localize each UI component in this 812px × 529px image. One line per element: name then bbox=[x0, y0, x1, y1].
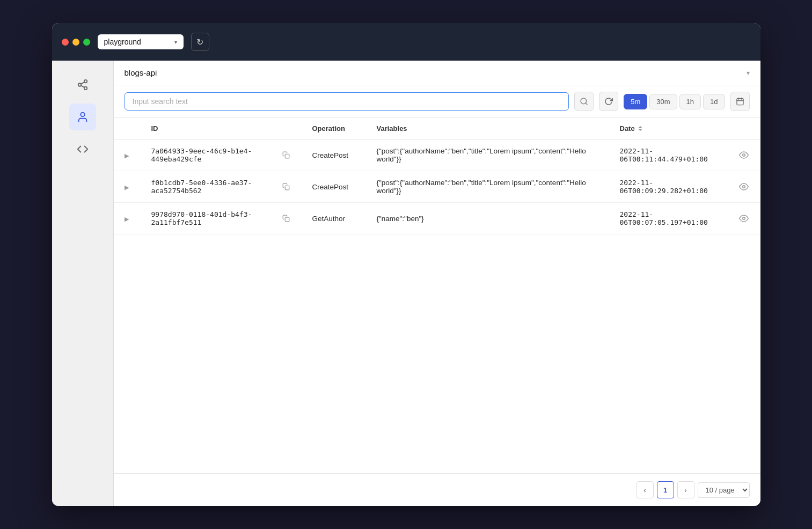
env-selector-label: playground bbox=[104, 38, 141, 46]
time-filter-5m[interactable]: 5m bbox=[624, 94, 647, 109]
table-row: ▶ 7a064933-9eec-46c9-b1e4-449eba429cfe bbox=[114, 139, 760, 171]
svg-rect-8 bbox=[737, 99, 743, 105]
main-area: blogs-api ▾ 5m 30m bbox=[52, 61, 760, 506]
page-1-button[interactable]: 1 bbox=[657, 481, 674, 498]
svg-point-5 bbox=[81, 113, 84, 116]
search-input[interactable] bbox=[125, 92, 569, 111]
sidebar bbox=[52, 61, 114, 506]
api-name-label: blogs-api bbox=[125, 68, 157, 77]
svg-point-13 bbox=[742, 154, 745, 157]
sort-icon bbox=[638, 126, 642, 131]
copy-id-button[interactable] bbox=[281, 182, 291, 192]
row-expand-cell[interactable]: ▶ bbox=[114, 139, 141, 171]
time-filter-30m[interactable]: 30m bbox=[649, 94, 677, 109]
row-operation-cell: GetAuthor bbox=[302, 203, 366, 234]
time-filter-1h[interactable]: 1h bbox=[679, 94, 701, 109]
row-date: 2022-11-06T00:07:05.197+01:00 bbox=[620, 210, 708, 226]
titlebar-refresh-button[interactable]: ↻ bbox=[191, 33, 209, 51]
current-page: 1 bbox=[663, 486, 667, 494]
svg-point-17 bbox=[742, 217, 745, 220]
view-row-button[interactable] bbox=[738, 212, 750, 224]
calendar-button[interactable] bbox=[730, 92, 750, 111]
row-date-cell: 2022-11-06T00:09:29.282+01:00 bbox=[609, 171, 727, 203]
col-header-operation: Operation bbox=[302, 118, 366, 139]
expand-icon[interactable]: ▶ bbox=[125, 184, 129, 190]
page-size-selector[interactable]: 10 / page 20 / page 50 / page bbox=[698, 482, 750, 498]
row-action-cell bbox=[727, 139, 760, 171]
row-id: 9978d970-0118-401d-b4f3-2a11fbf7e511 bbox=[151, 210, 277, 226]
time-filter-group: 5m 30m 1h 1d bbox=[624, 94, 725, 109]
next-page-button[interactable]: › bbox=[677, 481, 694, 498]
maximize-button[interactable] bbox=[83, 39, 90, 46]
time-filter-1d[interactable]: 1d bbox=[703, 94, 725, 109]
col-date-label: Date bbox=[620, 124, 635, 133]
row-variables-cell: {"post":{"authorName":"ben","title":"Lor… bbox=[366, 139, 609, 171]
pagination: ‹ 1 › 10 / page 20 / page 50 / page bbox=[114, 473, 760, 506]
row-variables-cell: {"post":{"authorName":"ben","title":"Lor… bbox=[366, 171, 609, 203]
prev-page-icon: ‹ bbox=[643, 486, 646, 494]
copy-id-button[interactable] bbox=[281, 150, 291, 160]
view-row-button[interactable] bbox=[738, 149, 750, 161]
col-header-action bbox=[727, 118, 760, 139]
app-window: playground ▾ ↻ bbox=[52, 23, 760, 506]
col-header-expand bbox=[114, 118, 141, 139]
table-container: ID Operation Variables Date bbox=[114, 118, 760, 473]
row-action-cell bbox=[727, 171, 760, 203]
view-row-button[interactable] bbox=[738, 181, 750, 193]
row-expand-cell[interactable]: ▶ bbox=[114, 203, 141, 234]
row-variables-cell: {"name":"ben"} bbox=[366, 203, 609, 234]
titlebar: playground ▾ ↻ bbox=[52, 23, 760, 61]
prev-page-button[interactable]: ‹ bbox=[637, 481, 654, 498]
row-date: 2022-11-06T00:09:29.282+01:00 bbox=[620, 179, 708, 195]
svg-line-4 bbox=[81, 82, 84, 84]
toolbar-refresh-button[interactable] bbox=[599, 92, 618, 111]
env-selector[interactable]: playground ▾ bbox=[98, 34, 184, 49]
row-operation-cell: CreatePost bbox=[302, 139, 366, 171]
row-operation-cell: CreatePost bbox=[302, 171, 366, 203]
col-header-variables: Variables bbox=[366, 118, 609, 139]
row-date-cell: 2022-11-06T00:07:05.197+01:00 bbox=[609, 203, 727, 234]
sidebar-item-user[interactable] bbox=[69, 104, 96, 130]
close-button[interactable] bbox=[62, 39, 69, 46]
requests-table: ID Operation Variables Date bbox=[114, 118, 760, 234]
row-id-cell: f0b1cdb7-5ee0-4336-ae37-aca52754b562 bbox=[141, 171, 302, 203]
row-id: 7a064933-9eec-46c9-b1e4-449eba429cfe bbox=[151, 147, 277, 163]
traffic-lights bbox=[62, 39, 90, 46]
api-selector-chevron[interactable]: ▾ bbox=[747, 69, 750, 77]
expand-icon[interactable]: ▶ bbox=[125, 216, 129, 222]
svg-line-3 bbox=[81, 85, 84, 87]
table-row: ▶ f0b1cdb7-5ee0-4336-ae37-aca52754b562 bbox=[114, 171, 760, 203]
row-id-cell: 9978d970-0118-401d-b4f3-2a11fbf7e511 bbox=[141, 203, 302, 234]
svg-rect-14 bbox=[285, 186, 289, 190]
svg-rect-12 bbox=[285, 154, 289, 158]
row-id-cell: 7a064933-9eec-46c9-b1e4-449eba429cfe bbox=[141, 139, 302, 171]
svg-rect-16 bbox=[285, 217, 289, 222]
col-header-id: ID bbox=[141, 118, 302, 139]
row-action-cell bbox=[727, 203, 760, 234]
search-button[interactable] bbox=[574, 92, 594, 111]
env-selector-chevron: ▾ bbox=[174, 39, 177, 45]
table-header-row: ID Operation Variables Date bbox=[114, 118, 760, 139]
table-row: ▶ 9978d970-0118-401d-b4f3-2a11fbf7e511 bbox=[114, 203, 760, 234]
svg-line-7 bbox=[586, 103, 587, 105]
content-area: blogs-api ▾ 5m 30m bbox=[114, 61, 760, 506]
row-date: 2022-11-06T00:11:44.479+01:00 bbox=[620, 147, 708, 163]
minimize-button[interactable] bbox=[72, 39, 79, 46]
sidebar-item-code[interactable] bbox=[69, 136, 96, 163]
copy-id-button[interactable] bbox=[281, 214, 291, 223]
next-page-icon: › bbox=[684, 486, 686, 494]
row-expand-cell[interactable]: ▶ bbox=[114, 171, 141, 203]
titlebar-refresh-icon: ↻ bbox=[196, 37, 203, 47]
row-date-cell: 2022-11-06T00:11:44.479+01:00 bbox=[609, 139, 727, 171]
expand-icon[interactable]: ▶ bbox=[125, 152, 129, 159]
toolbar: 5m 30m 1h 1d bbox=[114, 85, 760, 118]
col-header-date[interactable]: Date bbox=[609, 118, 727, 139]
svg-point-15 bbox=[742, 186, 745, 188]
api-selector-bar: blogs-api ▾ bbox=[114, 61, 760, 85]
row-id: f0b1cdb7-5ee0-4336-ae37-aca52754b562 bbox=[151, 179, 277, 195]
sidebar-item-share[interactable] bbox=[69, 71, 96, 98]
